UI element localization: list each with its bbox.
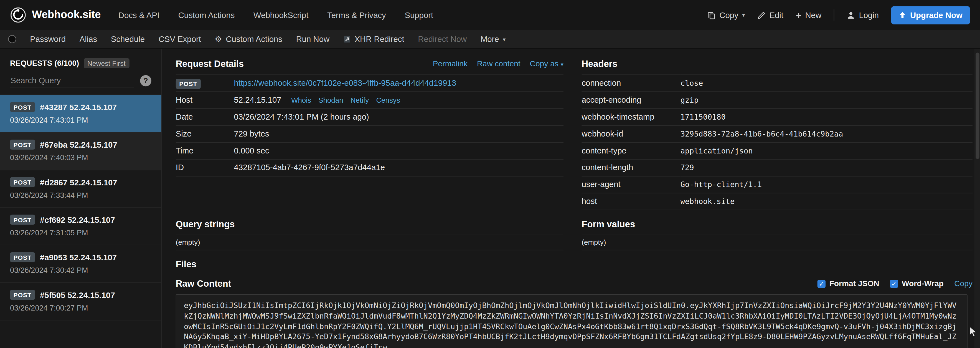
nav-link-support[interactable]: Support (404, 10, 433, 20)
request-list-item[interactable]: POST #5f505 52.24.15.107 03/26/2024 7:00… (0, 283, 161, 320)
files-section: Files (176, 259, 563, 269)
copy-as-dropdown[interactable]: Copy as ▾ (530, 59, 564, 68)
upgrade-now-button[interactable]: Upgrade Now (891, 6, 970, 24)
toolbar-password[interactable]: Password (30, 34, 66, 44)
query-strings-title: Query strings (176, 219, 235, 229)
query-strings-empty: (empty) (176, 235, 563, 250)
chevron-down-icon: ▾ (503, 36, 506, 43)
method-badge: POST (10, 290, 35, 300)
scrollbar-thumb[interactable] (975, 53, 979, 159)
query-strings-section: Query strings (empty) (176, 219, 563, 250)
time-label: Time (176, 142, 234, 159)
shodan-link[interactable]: Shodan (318, 96, 343, 104)
copy-icon (707, 11, 716, 19)
files-title: Files (176, 259, 197, 269)
toolbar-schedule[interactable]: Schedule (111, 34, 145, 44)
copy-raw-content-link[interactable]: Copy (954, 279, 972, 288)
request-id: #67eba 52.24.15.107 (40, 140, 117, 149)
webhook-url-link[interactable]: https://webhook.site/0c7f102e-e083-4ffb-… (234, 78, 456, 88)
request-list-item[interactable]: POST #a9053 52.24.15.107 03/26/2024 7:30… (0, 245, 161, 283)
upgrade-arrow-icon (899, 11, 906, 19)
main-content: Request Details Permalink Raw content Co… (162, 49, 980, 348)
nav-link-terms-privacy[interactable]: Terms & Privacy (327, 10, 386, 20)
request-timestamp: 03/26/2024 7:43:01 PM (10, 116, 151, 125)
header-key: user-agent (582, 176, 680, 193)
method-badge: POST (10, 215, 35, 225)
word-wrap-checkbox[interactable]: ✓ Word-Wrap (890, 279, 944, 288)
id-value: 43287105-4ab7-4267-9f0f-5273a7d44a1e (234, 159, 563, 176)
search-input[interactable] (10, 73, 134, 88)
help-icon[interactable]: ? (140, 75, 151, 86)
checkbox-checked-icon: ✓ (818, 279, 826, 287)
request-id: #a9053 52.24.15.107 (40, 252, 117, 262)
header-value: webhook.site (681, 193, 972, 210)
format-json-label: Format JSON (829, 279, 879, 288)
header-key: webhook-timestamp (582, 109, 680, 125)
censys-link[interactable]: Censys (376, 96, 400, 104)
request-timestamp: 03/26/2024 7:00:27 PM (10, 303, 151, 313)
request-id: #cf692 52.24.15.107 (40, 215, 115, 225)
upgrade-label: Upgrade Now (910, 10, 963, 20)
header-value: 729 (681, 159, 972, 176)
new-button[interactable]: + New (796, 10, 821, 20)
request-list-item[interactable]: POST #d2867 52.24.15.107 03/26/2024 7:33… (0, 170, 161, 208)
header-key: host (582, 193, 680, 210)
header-value: application/json (681, 142, 972, 159)
header-key: accept-encoding (582, 92, 680, 109)
new-label: New (805, 10, 821, 20)
request-list-item[interactable]: POST #67eba 52.24.15.107 03/26/2024 7:40… (0, 132, 161, 170)
gear-icon: ⚙ (215, 34, 222, 44)
request-timestamp: 03/26/2024 7:40:03 PM (10, 153, 151, 162)
method-badge: POST (10, 102, 35, 112)
request-list-item[interactable]: POST #43287 52.24.15.107 03/26/2024 7:43… (0, 95, 161, 132)
toolbar-run-now[interactable]: Run Now (296, 34, 330, 44)
request-list: POST #43287 52.24.15.107 03/26/2024 7:43… (0, 95, 161, 321)
whois-link[interactable]: Whois (291, 96, 311, 104)
chevron-down-icon: ▾ (561, 61, 563, 68)
toolbar-csv-export[interactable]: CSV Export (159, 34, 201, 44)
nav-link-docs-api[interactable]: Docs & API (118, 10, 159, 20)
netify-link[interactable]: Netify (350, 96, 369, 104)
permalink-link[interactable]: Permalink (433, 59, 468, 68)
edit-button[interactable]: Edit (757, 10, 783, 20)
webhook-site-logo-icon[interactable] (10, 7, 26, 23)
raw-content-body: eyJhbGciOiJSUzI1NiIsImtpZCI6IjRkOjk1OjVk… (176, 294, 967, 348)
toolbar-more[interactable]: More ▾ (480, 34, 506, 44)
header-value: Go-http-client/1.1 (681, 176, 972, 193)
toolbar-redirect-now: Redirect Now (418, 34, 467, 44)
id-label: ID (176, 159, 234, 176)
request-id: #43287 52.24.15.107 (40, 102, 117, 112)
toolbar-custom-actions[interactable]: ⚙ Custom Actions (215, 34, 282, 44)
sort-order-badge[interactable]: Newest First (83, 58, 129, 68)
request-id: #5f505 52.24.15.107 (40, 290, 115, 299)
raw-content-title: Raw Content (176, 279, 231, 289)
word-wrap-label: Word-Wrap (902, 279, 944, 288)
theme-toggle-icon[interactable] (8, 35, 16, 43)
form-values-empty: (empty) (582, 235, 972, 250)
copy-menu-label: Copy (719, 10, 738, 20)
format-json-checkbox[interactable]: ✓ Format JSON (818, 279, 879, 288)
toolbar-xhr-redirect[interactable]: XHR Redirect (343, 34, 404, 44)
edit-label: Edit (769, 10, 783, 20)
header-key: content-length (582, 159, 680, 176)
nav-link-custom-actions[interactable]: Custom Actions (178, 10, 235, 20)
nav-link-webhookscript[interactable]: WebhookScript (253, 10, 309, 20)
size-label: Size (176, 125, 234, 142)
headers-title: Headers (582, 59, 617, 69)
toolbar-alias[interactable]: Alias (80, 34, 97, 44)
header-key: connection (582, 75, 680, 92)
toolbar-more-label: More (480, 34, 499, 44)
copy-menu-button[interactable]: Copy ▾ (707, 10, 745, 20)
toolbar-xhr-redirect-label: XHR Redirect (355, 34, 404, 44)
login-button[interactable]: Login (847, 10, 879, 20)
date-value: 03/26/2024 7:43:01 PM (2 hours ago) (234, 109, 563, 125)
headers-section: Headers connection close accept-encoding… (582, 59, 972, 210)
vertical-scrollbar[interactable] (974, 49, 980, 348)
request-list-item[interactable]: POST #cf692 52.24.15.107 03/26/2024 7:31… (0, 208, 161, 245)
raw-content-link[interactable]: Raw content (477, 59, 520, 68)
method-badge: POST (10, 252, 35, 262)
plus-icon: + (796, 10, 802, 20)
header-key: webhook-id (582, 125, 680, 142)
brand-title[interactable]: Webhook.site (32, 9, 101, 21)
raw-content-section: Raw Content ✓ Format JSON ✓ Word-Wrap Co… (176, 279, 972, 348)
